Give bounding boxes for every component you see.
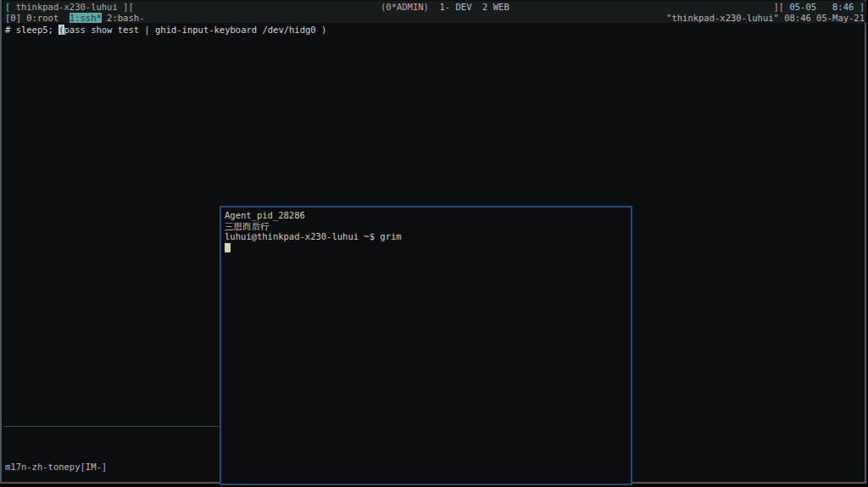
command-text-before-cursor: # sleep5;	[5, 25, 58, 35]
tmux-window-bash[interactable]: 2:bash-	[102, 13, 145, 23]
terminal-block-cursor	[225, 243, 231, 252]
shell-prompt-line: luhui@thinkpad-x230-luhui ~$ grim	[225, 231, 629, 242]
status-date: 05-05	[789, 2, 816, 12]
screen-clock-area: ][ 05-05 8:46 ]	[774, 2, 865, 12]
screen-window-admin[interactable]: (0*ADMIN)	[381, 2, 429, 12]
tmux-right-status: "thinkpad-x230-luhui" 08:46 05-May-21	[666, 13, 865, 23]
hostname-label: [ thinkpad-x230-luhui ][	[5, 2, 134, 12]
clock-gap	[816, 2, 832, 12]
screen-hardstatus-bar: [ thinkpad-x230-luhui ][ (0*ADMIN) 1- DE…	[3, 1, 866, 12]
motd-chinese-line: 三思而后行	[225, 221, 629, 232]
clock-close-bracket: ]	[854, 2, 865, 12]
status-time: 8:46	[832, 2, 854, 12]
input-method-separator	[3, 426, 219, 427]
shell-command-line[interactable]: # sleep5; (pass show test | ghid-input-k…	[5, 25, 326, 36]
clock-open-bracket: ][	[774, 2, 790, 12]
cursor-line	[225, 242, 629, 255]
input-method-indicator: m17n-zh-tonepy[IM-]	[5, 462, 107, 473]
screen-windows-dev-web[interactable]: 1- DEV 2 WEB	[429, 2, 509, 12]
tmux-window-list: [0] 0:root 1:ssh* 2:bash-	[5, 13, 144, 23]
command-text-after-cursor: pass show test | ghid-input-keyboard /de…	[64, 25, 327, 35]
tmux-session-and-window0[interactable]: [0] 0:root	[5, 13, 70, 23]
floating-terminal-content: Agent_pid_28286 三思而后行 luhui@thinkpad-x23…	[225, 210, 629, 254]
screen-window-list: (0*ADMIN) 1- DEV 2 WEB	[381, 2, 509, 12]
tmux-active-window-ssh[interactable]: 1:ssh*	[70, 13, 102, 23]
floating-terminal-window[interactable]: Agent_pid_28286 三思而后行 luhui@thinkpad-x23…	[220, 206, 632, 485]
tmux-status-bar: [0] 0:root 1:ssh* 2:bash- "thinkpad-x230…	[3, 12, 866, 23]
agent-pid-line: Agent_pid_28286	[225, 210, 629, 221]
